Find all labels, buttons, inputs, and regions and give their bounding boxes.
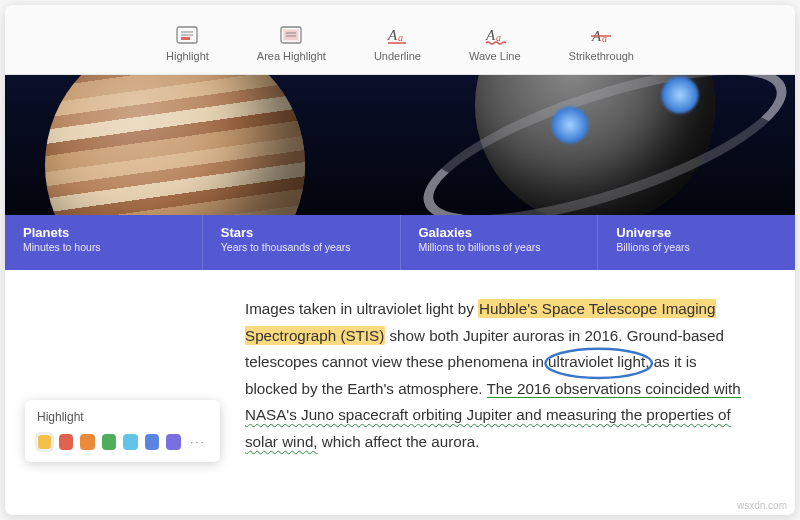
text-run: Images taken in ultraviolet light by — [245, 300, 478, 317]
app-window: Highlight Area Highlight Aa Underline Aa… — [5, 5, 795, 515]
color-swatch[interactable] — [59, 434, 74, 450]
area-highlight-tool[interactable]: Area Highlight — [255, 20, 328, 66]
color-swatch[interactable] — [37, 434, 52, 450]
band-item-stars: Stars Years to thousands of years — [202, 215, 400, 270]
color-swatch[interactable] — [123, 434, 138, 450]
text-run: ultraviolet light, — [548, 353, 649, 370]
strikethrough-label: Strikethrough — [569, 50, 634, 62]
band-item-galaxies: Galaxies Millions to billions of years — [400, 215, 598, 270]
aurora-glow-icon — [660, 75, 700, 115]
highlight-icon — [174, 24, 200, 46]
color-swatch-row: ··· — [37, 434, 208, 450]
strikethrough-tool[interactable]: Aa Strikethrough — [567, 20, 636, 66]
band-subtitle: Minutes to hours — [23, 241, 184, 253]
color-swatch[interactable] — [80, 434, 95, 450]
annotation-toolbar: Highlight Area Highlight Aa Underline Aa… — [5, 5, 795, 75]
article-paragraph: Images taken in ultraviolet light by Hub… — [245, 296, 745, 456]
band-subtitle: Billions of years — [616, 241, 777, 253]
highlight-color-panel[interactable]: Highlight ··· — [25, 400, 220, 462]
band-title: Planets — [23, 225, 184, 240]
watermark-text: wsxdn.com — [737, 500, 787, 511]
wave-line-label: Wave Line — [469, 50, 521, 62]
wave-line-tool[interactable]: Aa Wave Line — [467, 20, 523, 66]
underlined-text[interactable]: The 2016 observations coincided with — [487, 380, 741, 398]
band-title: Stars — [221, 225, 382, 240]
band-title: Universe — [616, 225, 777, 240]
info-band: Planets Minutes to hours Stars Years to … — [5, 215, 795, 270]
color-swatch[interactable] — [145, 434, 160, 450]
circled-text[interactable]: ultraviolet light, — [548, 349, 649, 376]
svg-text:A: A — [485, 27, 496, 43]
area-highlight-label: Area Highlight — [257, 50, 326, 62]
document-viewport[interactable]: Planets Minutes to hours Stars Years to … — [5, 75, 795, 515]
color-swatch[interactable] — [102, 434, 117, 450]
band-item-universe: Universe Billions of years — [597, 215, 795, 270]
band-subtitle: Millions to billions of years — [419, 241, 580, 253]
wave-line-icon: Aa — [482, 24, 508, 46]
aurora-glow-icon — [550, 105, 590, 145]
underline-tool[interactable]: Aa Underline — [372, 20, 423, 66]
color-swatch[interactable] — [166, 434, 181, 450]
hero-banner: Planets Minutes to hours Stars Years to … — [5, 75, 795, 270]
band-subtitle: Years to thousands of years — [221, 241, 382, 253]
svg-text:A: A — [387, 27, 398, 43]
more-colors-button[interactable]: ··· — [188, 435, 208, 449]
svg-text:a: a — [398, 32, 403, 43]
underline-label: Underline — [374, 50, 421, 62]
svg-rect-3 — [181, 37, 190, 40]
svg-rect-5 — [284, 30, 298, 40]
area-highlight-icon — [278, 24, 304, 46]
highlight-label: Highlight — [166, 50, 209, 62]
text-run: which affect the aurora. — [318, 433, 480, 450]
palette-title: Highlight — [37, 410, 208, 424]
svg-text:a: a — [602, 33, 607, 44]
band-title: Galaxies — [419, 225, 580, 240]
svg-text:a: a — [496, 32, 501, 43]
underline-icon: Aa — [384, 24, 410, 46]
band-item-planets: Planets Minutes to hours — [5, 215, 202, 270]
strikethrough-icon: Aa — [588, 24, 614, 46]
highlight-tool[interactable]: Highlight — [164, 20, 211, 66]
